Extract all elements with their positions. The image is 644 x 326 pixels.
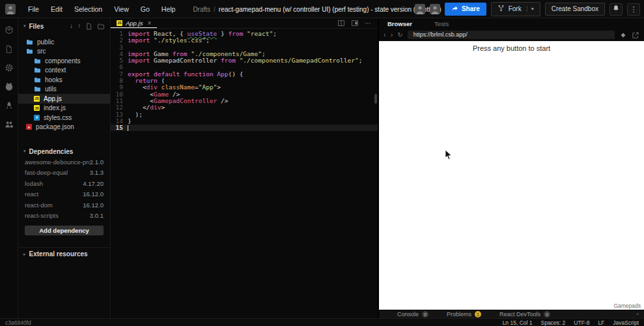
fork-icon xyxy=(497,5,505,12)
dependency-name: react-dom xyxy=(25,201,83,209)
activity-files-button[interactable] xyxy=(4,44,14,54)
editor-actions: ⋯ xyxy=(337,18,378,28)
preview-tabs: Browser Tests xyxy=(379,18,644,29)
devtools-console[interactable]: Console0 xyxy=(397,311,428,318)
file-context[interactable]: context xyxy=(18,66,110,76)
export-icon[interactable]: ↑ xyxy=(77,23,81,29)
code-line[interactable]: 15 xyxy=(111,125,378,131)
add-dependency-button[interactable]: Add dependency xyxy=(25,226,104,235)
devtools-react-devtools[interactable]: React DevTools0 xyxy=(499,311,550,318)
expand-devtools-icon[interactable]: ^ xyxy=(636,312,639,318)
devtools-problems[interactable]: Problems1 xyxy=(447,311,481,318)
status-lf[interactable]: LF xyxy=(598,319,604,326)
activity-deploy-button[interactable] xyxy=(4,100,14,111)
code-line[interactable]: 13 ); xyxy=(111,111,378,118)
back-icon[interactable]: ‹ xyxy=(384,31,386,38)
app-viewport[interactable]: Press any button to start Gamepads xyxy=(379,41,644,310)
dependency-version: 3.0.1 xyxy=(90,212,104,219)
split-editor-icon[interactable] xyxy=(337,20,345,27)
activity-settings-button[interactable] xyxy=(4,63,14,73)
dependency-react-scripts[interactable]: react-scripts3.0.1 xyxy=(18,211,110,222)
status-spaces[interactable]: Spaces: 2 xyxy=(540,319,565,326)
commit-hash: c3a6940fd xyxy=(5,319,31,326)
breadcrumb: Drafts / react-gamepad-menu (w/ controll… xyxy=(193,0,451,18)
close-icon[interactable]: × xyxy=(147,20,151,27)
top-bar: FileEditSelectionViewGoHelp Drafts / rea… xyxy=(0,0,644,18)
code-line[interactable]: 5import GamepadController from "./compon… xyxy=(111,57,378,64)
user-avatar[interactable] xyxy=(5,4,16,14)
file-index-js[interactable]: JSindex.js xyxy=(18,104,110,113)
import-icon[interactable]: ↓ xyxy=(70,23,73,29)
menu-help[interactable]: Help xyxy=(157,3,180,15)
responsive-mode-icon[interactable] xyxy=(619,31,627,39)
tab-appjs[interactable]: JS App.js × xyxy=(111,18,157,28)
code-line[interactable]: 12 </div> xyxy=(111,104,378,111)
files-header[interactable]: ▾ Files ↓↑ xyxy=(18,20,110,32)
menu-view[interactable]: View xyxy=(109,3,133,15)
dependency-awesome-debounce-pro-[interactable]: awesome-debounce-pro...2.1.0 xyxy=(18,156,110,168)
new-directory-icon[interactable] xyxy=(97,23,105,30)
fork-button[interactable]: Fork ▾ xyxy=(491,2,540,16)
code-line[interactable]: 2import "./styles.css"; xyxy=(111,37,378,44)
external-resources-header[interactable]: ▸ External resources xyxy=(18,247,110,260)
code-area[interactable]: 1import React, { useState } from "react"… xyxy=(111,29,378,318)
open-external-icon[interactable] xyxy=(632,31,639,39)
file-app-js[interactable]: JSApp.js xyxy=(18,94,110,104)
open-external-icon xyxy=(632,31,639,39)
responsive-mode-icon xyxy=(619,31,627,39)
dependency-react[interactable]: react16.12.0 xyxy=(18,189,110,200)
activity-live-button[interactable] xyxy=(4,119,14,130)
files-header-label: Files xyxy=(29,23,70,30)
menu-file[interactable]: File xyxy=(23,3,44,15)
status-ln[interactable]: Ln 15, Col 1 xyxy=(503,319,533,326)
file-hooks[interactable]: hooks xyxy=(18,75,110,85)
dependency-name: react-scripts xyxy=(25,212,90,219)
share-button[interactable]: Share xyxy=(445,3,486,16)
folder-icon xyxy=(34,67,41,74)
tab-browser[interactable]: Browser xyxy=(387,20,412,27)
file-utils[interactable]: utils xyxy=(18,85,110,95)
code-line[interactable]: 14} xyxy=(111,118,378,125)
file-package-json[interactable]: npackage.json xyxy=(18,123,110,132)
dependency-fast-deep-equal[interactable]: fast-deep-equal3.1.3 xyxy=(18,168,110,179)
gamepads-panel-label[interactable]: Gamepads xyxy=(613,303,641,309)
breadcrumb-drafts[interactable]: Drafts xyxy=(193,6,210,13)
collaborator-avatar[interactable] xyxy=(415,4,425,14)
file-public[interactable]: public xyxy=(18,37,110,47)
collaborator-avatar[interactable] xyxy=(430,4,440,14)
line-text: <GamepadController /> xyxy=(128,98,378,104)
editor-scrollbar[interactable] xyxy=(374,94,377,104)
file-components[interactable]: components xyxy=(18,56,110,66)
refresh-icon[interactable]: ↻ xyxy=(397,31,402,38)
notifications-button[interactable] xyxy=(609,3,623,16)
status-utf-8[interactable]: UTF-8 xyxy=(574,319,589,326)
activity-github-button[interactable] xyxy=(4,82,14,92)
activity-project-button[interactable] xyxy=(4,25,14,35)
project-icon xyxy=(5,25,14,35)
tab-tests[interactable]: Tests xyxy=(434,20,449,27)
new-file-icon[interactable] xyxy=(85,23,92,30)
more-actions-icon[interactable]: ⋯ xyxy=(365,20,371,27)
menu-selection[interactable]: Selection xyxy=(70,3,107,15)
dependency-version: 4.17.20 xyxy=(83,180,104,187)
forward-icon[interactable]: › xyxy=(391,31,393,38)
sandbox-title[interactable]: react-gamepad-menu (w/ controller UI) (p… xyxy=(219,6,441,13)
more-menu-button[interactable]: ⋮ xyxy=(627,3,640,16)
menu-edit[interactable]: Edit xyxy=(46,3,67,15)
dependencies-header[interactable]: ▾ Dependencies xyxy=(18,146,110,156)
file-src[interactable]: src xyxy=(18,47,110,57)
chevron-down-icon[interactable]: ▾ xyxy=(527,6,534,12)
folder-icon xyxy=(34,76,41,83)
menu-go[interactable]: Go xyxy=(136,3,154,15)
dependency-lodash[interactable]: lodash4.17.20 xyxy=(18,178,110,189)
folder-icon xyxy=(26,48,33,55)
open-preview-icon[interactable] xyxy=(351,20,359,27)
count-badge: 0 xyxy=(422,311,428,318)
fork-label: Fork xyxy=(509,5,522,12)
dependency-react-dom[interactable]: react-dom16.12.0 xyxy=(18,200,110,211)
create-sandbox-button[interactable]: Create Sandbox xyxy=(545,3,605,16)
file-styles-css[interactable]: #styles.css xyxy=(18,113,110,123)
share-icon xyxy=(451,5,458,12)
status-javascript[interactable]: JavaScript xyxy=(613,319,639,326)
url-bar[interactable]: https://brlml.csb.app/ xyxy=(408,31,615,39)
